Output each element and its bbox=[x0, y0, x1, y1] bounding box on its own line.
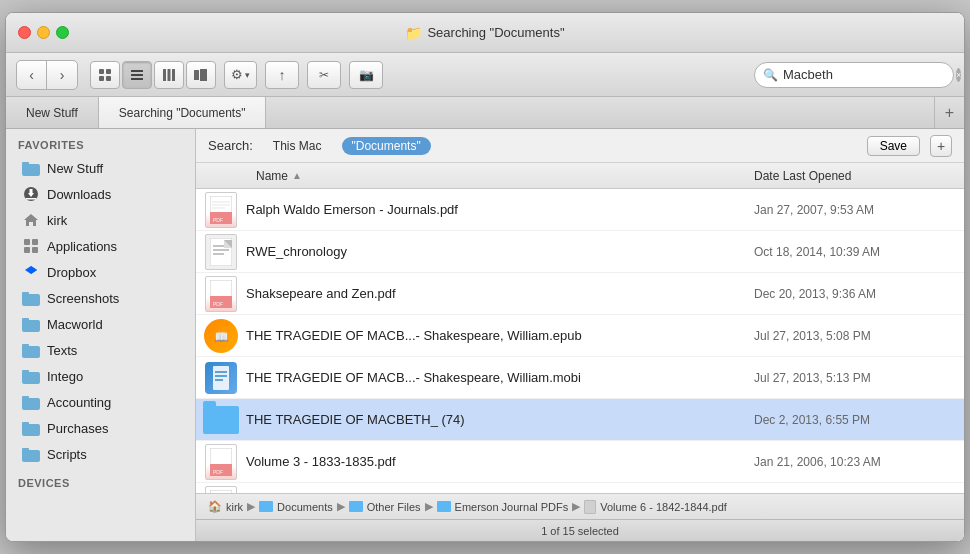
sidebar-item-intego[interactable]: Intego bbox=[10, 364, 191, 388]
sidebar-item-accounting[interactable]: Accounting bbox=[10, 390, 191, 414]
svg-rect-22 bbox=[32, 247, 38, 253]
tab-searching-documents[interactable]: Searching "Documents" bbox=[99, 97, 267, 128]
title-icon: 📁 bbox=[405, 25, 422, 41]
svg-text:PDF: PDF bbox=[213, 469, 223, 475]
svg-rect-7 bbox=[163, 69, 166, 81]
devices-label: Devices bbox=[6, 467, 195, 493]
icon-view-button[interactable] bbox=[90, 61, 120, 89]
svg-rect-28 bbox=[22, 318, 29, 322]
scope-documents-button[interactable]: "Documents" bbox=[342, 137, 431, 155]
forward-button[interactable]: › bbox=[47, 61, 77, 89]
status-label: 1 of 15 selected bbox=[541, 525, 619, 537]
add-criteria-button[interactable]: + bbox=[930, 135, 952, 157]
name-column-header[interactable]: Name ▲ bbox=[196, 169, 744, 183]
tab-add-button[interactable]: + bbox=[934, 97, 964, 128]
file-name: Volume 3 - 1833-1835.pdf bbox=[246, 454, 744, 469]
breadcrumb-documents[interactable]: Documents bbox=[259, 501, 333, 513]
search-box: 🔍 × bbox=[754, 62, 954, 88]
minimize-button[interactable] bbox=[37, 26, 50, 39]
tab-new-stuff[interactable]: New Stuff bbox=[6, 97, 99, 128]
table-row[interactable]: PDF Shaksepeare and Zen.pdf Dec 20, 2013… bbox=[196, 273, 964, 315]
svg-rect-16 bbox=[30, 189, 33, 194]
breadcrumb-other-label: Other Files bbox=[367, 501, 421, 513]
cover-view-icon bbox=[193, 68, 209, 82]
table-row[interactable]: 📖 THE TRAGEDIE OF MACB...- Shakespeare, … bbox=[196, 315, 964, 357]
breadcrumb-home[interactable]: 🏠 kirk bbox=[208, 500, 243, 513]
file-thumb: PDF bbox=[196, 486, 246, 494]
macworld-folder-icon bbox=[22, 315, 40, 333]
date-column-header[interactable]: Date Last Opened bbox=[744, 169, 964, 183]
svg-rect-17 bbox=[26, 198, 36, 200]
sort-arrow-icon: ▲ bbox=[292, 170, 302, 181]
view-buttons bbox=[90, 61, 216, 89]
sidebar-item-applications[interactable]: Applications bbox=[10, 234, 191, 258]
sidebar-item-downloads[interactable]: Downloads bbox=[10, 182, 191, 206]
breadcrumb-other-files[interactable]: Other Files bbox=[349, 501, 421, 513]
breadcrumb-volume6-label: Volume 6 - 1842-1844.pdf bbox=[600, 501, 727, 513]
close-button[interactable] bbox=[18, 26, 31, 39]
sidebar-item-new-stuff[interactable]: New Stuff bbox=[10, 156, 191, 180]
back-button[interactable]: ‹ bbox=[17, 61, 47, 89]
svg-rect-62 bbox=[210, 490, 232, 494]
sidebar-item-macworld[interactable]: Macworld bbox=[10, 312, 191, 336]
file-thumb: PDF bbox=[196, 444, 246, 480]
table-row[interactable]: PDF Volume 3 - 1833-1835.pdf Jan 21, 200… bbox=[196, 441, 964, 483]
gear-button[interactable]: ⚙ ▾ bbox=[224, 61, 257, 89]
folder-breadcrumb-icon bbox=[437, 501, 451, 512]
scope-this-mac-button[interactable]: This Mac bbox=[263, 137, 332, 155]
sidebar-item-dropbox[interactable]: Dropbox bbox=[10, 260, 191, 284]
table-row[interactable]: THE TRAGEDIE OF MACB...- Shakespeare, Wi… bbox=[196, 357, 964, 399]
file-name: THE TRAGEDIE OF MACB...- Shakespeare, Wi… bbox=[246, 328, 744, 343]
camera-icon: 📷 bbox=[359, 68, 374, 82]
download-icon bbox=[22, 185, 40, 203]
sidebar-kirk-label: kirk bbox=[47, 213, 67, 228]
accounting-folder-icon bbox=[22, 393, 40, 411]
sidebar-item-purchases[interactable]: Purchases bbox=[10, 416, 191, 440]
svg-rect-32 bbox=[22, 370, 29, 374]
file-name: RWE_chronology bbox=[246, 244, 744, 259]
save-button[interactable]: Save bbox=[867, 136, 920, 156]
breadcrumb-emerson[interactable]: Emerson Journal PDFs bbox=[437, 501, 569, 513]
sidebar-item-texts[interactable]: Texts bbox=[10, 338, 191, 362]
svg-rect-26 bbox=[22, 292, 29, 296]
sidebar-dropbox-label: Dropbox bbox=[47, 265, 96, 280]
search-input[interactable] bbox=[783, 67, 951, 82]
column-view-icon bbox=[162, 68, 176, 82]
table-row[interactable]: PDF Ralph Waldo Emerson - Journals.pdf J… bbox=[196, 189, 964, 231]
tab-bar: New Stuff Searching "Documents" + bbox=[6, 97, 964, 129]
search-clear-button[interactable]: × bbox=[956, 68, 961, 82]
sidebar-scripts-label: Scripts bbox=[47, 447, 87, 462]
action1-button[interactable]: ✂ bbox=[307, 61, 341, 89]
sidebar-macworld-label: Macworld bbox=[47, 317, 103, 332]
breadcrumb-volume6[interactable]: Volume 6 - 1842-1844.pdf bbox=[584, 500, 727, 514]
cover-view-button[interactable] bbox=[186, 61, 216, 89]
svg-rect-8 bbox=[168, 69, 171, 81]
sidebar-item-scripts[interactable]: Scripts bbox=[10, 442, 191, 466]
svg-rect-13 bbox=[22, 162, 29, 166]
scissors-icon: ✂ bbox=[319, 68, 329, 82]
status-bar: 1 of 15 selected bbox=[196, 519, 964, 541]
sidebar-item-kirk[interactable]: kirk bbox=[10, 208, 191, 232]
file-date: Jan 21, 2006, 10:23 AM bbox=[744, 455, 964, 469]
list-view-button[interactable] bbox=[122, 61, 152, 89]
file-breadcrumb-icon bbox=[584, 500, 596, 514]
maximize-button[interactable] bbox=[56, 26, 69, 39]
sidebar-screenshots-label: Screenshots bbox=[47, 291, 119, 306]
column-view-button[interactable] bbox=[154, 61, 184, 89]
table-row[interactable]: THE TRAGEDIE OF MACBETH_ (74) Dec 2, 201… bbox=[196, 399, 964, 441]
search-label: Search: bbox=[208, 138, 253, 153]
title-text: Searching "Documents" bbox=[427, 25, 564, 40]
breadcrumb-separator: ▶ bbox=[337, 500, 345, 513]
table-row[interactable]: PDF Volume 4 - 1836-1838.pdf Jan 21, 200… bbox=[196, 483, 964, 493]
svg-rect-1 bbox=[106, 69, 111, 74]
applications-icon bbox=[22, 237, 40, 255]
home-icon bbox=[22, 211, 40, 229]
breadcrumb-separator: ▶ bbox=[425, 500, 433, 513]
svg-marker-18 bbox=[24, 214, 38, 226]
table-row[interactable]: RWE_chronology Oct 18, 2014, 10:39 AM bbox=[196, 231, 964, 273]
share-button[interactable]: ↑ bbox=[265, 61, 299, 89]
sidebar-item-screenshots[interactable]: Screenshots bbox=[10, 286, 191, 310]
svg-rect-10 bbox=[194, 70, 199, 80]
action2-button[interactable]: 📷 bbox=[349, 61, 383, 89]
svg-text:PDF: PDF bbox=[213, 217, 223, 223]
